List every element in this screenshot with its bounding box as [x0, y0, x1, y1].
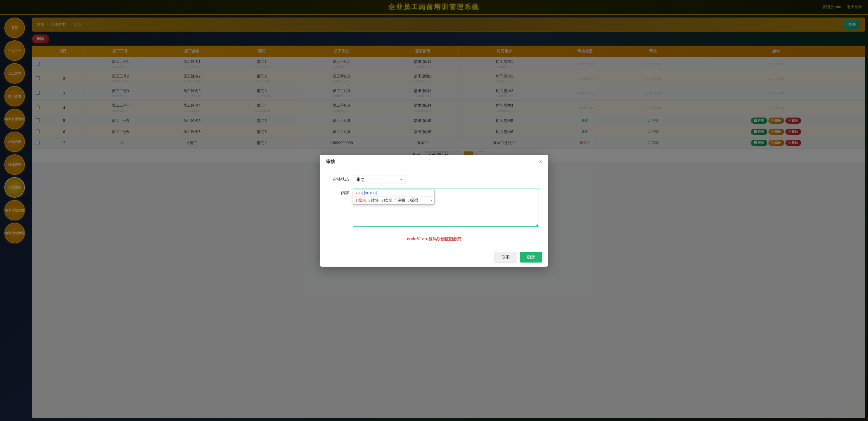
status-row: 审核状态 通过 未通过 待审核: [329, 175, 539, 184]
ime-candidates: 1需求 2续签 3续期 4序曲: [353, 197, 434, 204]
ime-popup: xu'q [xu'qiu] 1需求 2续签 3续期: [353, 189, 435, 205]
content-row: 内容 xuq xu'q [xu'qiu] 1需求: [329, 188, 539, 228]
cand-num-5: 5: [408, 199, 410, 203]
ime-candidate-3[interactable]: 3续期: [381, 198, 392, 203]
ime-candidate-4[interactable]: 4序曲: [395, 198, 405, 203]
watermark-text: code51.cn-源码乐园盗图必究: [329, 237, 539, 242]
cand-num-4: 4: [395, 199, 397, 203]
ime-input-row: xu'q [xu'qiu]: [353, 189, 434, 197]
modal-title: 审核: [326, 159, 335, 165]
ime-candidate-2[interactable]: 2续签: [369, 198, 379, 203]
textarea-wrap: xuq xu'q [xu'qiu] 1需求 2续签: [353, 188, 539, 228]
modal-body: 审核状态 通过 未通过 待审核 内容 xuq xu'q: [320, 169, 548, 248]
modal-header: 审核 ×: [320, 155, 548, 169]
cand-num-1: 1: [355, 199, 358, 203]
ime-candidate-5[interactable]: 5徐强: [408, 198, 418, 203]
status-label: 审核状态: [329, 175, 349, 182]
status-select[interactable]: 通过 未通过 待审核: [353, 175, 405, 184]
cand-num-3: 3: [381, 199, 383, 203]
ime-candidate-1[interactable]: 1需求: [355, 198, 366, 203]
confirm-button[interactable]: 确定: [520, 252, 542, 263]
status-select-wrap: 通过 未通过 待审核: [353, 175, 539, 184]
content-label: 内容: [329, 188, 349, 196]
modal-footer: 取消 确定: [320, 248, 548, 267]
ime-more-arrow[interactable]: ›: [431, 199, 432, 203]
modal-close-btn[interactable]: ×: [539, 159, 542, 164]
cancel-button[interactable]: 取消: [494, 252, 517, 263]
modal-overlay: 审核 × 审核状态 通过 未通过 待审核 内容 xuq: [0, 0, 868, 421]
ime-typed: xu'q: [355, 191, 363, 195]
ime-pinyin: [xu'qiu]: [364, 191, 377, 195]
cand-num-2: 2: [369, 199, 371, 203]
audit-modal: 审核 × 审核状态 通过 未通过 待审核 内容 xuq: [320, 155, 548, 267]
